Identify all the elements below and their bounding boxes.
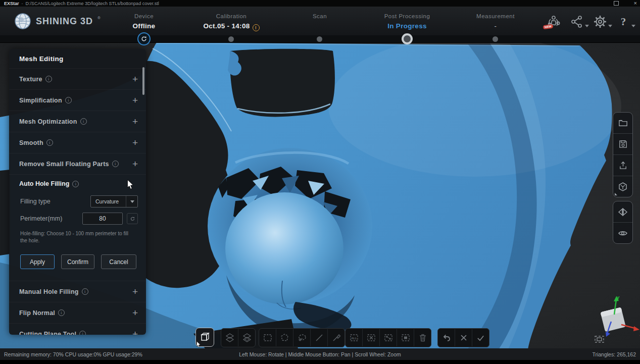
brush-select-icon	[331, 333, 341, 343]
dome-surface	[225, 192, 343, 304]
expand-plus-icon[interactable]: +	[132, 308, 138, 318]
model-view-button[interactable]	[613, 176, 632, 197]
delete-selected-button[interactable]	[414, 329, 431, 346]
panel-item-auto-hole-filling[interactable]: Auto Hole Filling i	[9, 174, 146, 193]
expand-plus-icon[interactable]: +	[132, 117, 138, 126]
panel-item-manual-hole-filling[interactable]: Manual Hole Filling i +	[9, 281, 146, 302]
panel-item-mesh-optimization[interactable]: Mesh Optimization i +	[9, 111, 146, 132]
save-icon	[618, 139, 628, 149]
selection-ops-group: ALL	[345, 328, 431, 347]
invert-selection-button[interactable]	[379, 329, 397, 346]
expand-plus-icon[interactable]: +	[132, 329, 138, 335]
deselect-icon	[366, 333, 376, 343]
measurement-progress-dot[interactable]	[493, 36, 498, 42]
info-icon: i	[65, 97, 72, 103]
info-icon: i	[82, 288, 88, 295]
lasso-select-button[interactable]	[293, 329, 310, 346]
info-icon: i	[72, 181, 79, 187]
cancel-button[interactable]: Cancel	[101, 254, 136, 269]
mouse-controls-hint: Left Mouse: Rotate | Middle Mouse Button…	[239, 351, 401, 357]
selection-mode-group	[221, 328, 256, 347]
perimeter-input[interactable]	[82, 213, 123, 225]
select-through-button[interactable]	[221, 329, 238, 346]
check-icon	[476, 333, 485, 343]
select-visible-button[interactable]	[238, 329, 255, 346]
filling-type-dropdown[interactable]: Curvature	[90, 195, 138, 207]
right-toolbar-view-group	[613, 201, 633, 244]
rectangle-select-icon	[263, 333, 273, 343]
select-connected-button[interactable]	[397, 329, 414, 346]
close-icon	[459, 333, 468, 342]
save-button[interactable]	[613, 133, 632, 154]
community-robot-icon[interactable]: NEW	[546, 14, 561, 29]
info-icon: i	[80, 118, 87, 125]
confirm-button[interactable]: Confirm	[61, 254, 94, 269]
visibility-button[interactable]	[613, 222, 632, 243]
folder-icon	[618, 118, 628, 128]
brand-name: SHINING 3D	[36, 16, 93, 27]
mouse-cursor-small	[196, 341, 201, 348]
file-path: D:/SCANS/Logitech Extreme 3D/logitech ST…	[26, 1, 159, 6]
submenu-corner-arrow	[615, 193, 617, 195]
export-button[interactable]	[613, 154, 632, 176]
step-measurement[interactable]: Measurement -	[440, 13, 551, 30]
polygon-select-button[interactable]	[276, 329, 293, 346]
apply-button[interactable]: Apply	[20, 254, 55, 269]
panel-scrollbar-thumb[interactable]	[142, 67, 144, 95]
settings-gear-icon[interactable]	[593, 14, 608, 29]
panel-item-smooth[interactable]: Smooth i +	[9, 132, 146, 153]
info-icon: i	[46, 139, 53, 146]
panel-item-remove-small-floating-parts[interactable]: Remove Small Floating Parts i +	[9, 153, 146, 174]
mirror-compare-button[interactable]	[613, 201, 632, 222]
calibration-warning-icon: !	[253, 24, 260, 31]
share-icon[interactable]	[569, 14, 584, 29]
select-visible-icon	[242, 333, 252, 343]
help-icon[interactable]: ?	[616, 14, 631, 29]
info-icon: i	[58, 309, 65, 316]
right-toolbar-file-group	[613, 112, 633, 197]
expand-plus-icon[interactable]: +	[132, 287, 138, 296]
eye-icon	[618, 228, 628, 238]
window-titlebar: EXStar - D:/SCANS/Logitech Extreme 3D/lo…	[0, 0, 640, 7]
panel-item-simplification[interactable]: Simplification i +	[9, 89, 146, 111]
expand-plus-icon[interactable]: +	[132, 138, 138, 147]
device-sync-dot[interactable]	[137, 32, 151, 45]
deselect-button[interactable]	[362, 329, 379, 346]
help-dropdown-arrow	[631, 25, 635, 27]
scan-progress-dot[interactable]	[317, 36, 322, 42]
edit-actions-group	[437, 328, 489, 347]
perimeter-row: Perimeter(mm)	[9, 210, 146, 227]
info-icon: i	[112, 161, 119, 167]
close-window-button[interactable]: ×	[634, 1, 637, 6]
panel-item-texture[interactable]: Texture i +	[9, 68, 146, 89]
settings-dropdown-arrow	[608, 25, 612, 27]
mirror-icon	[618, 207, 628, 217]
restore-window-button[interactable]	[614, 1, 619, 6]
export-icon	[618, 161, 628, 170]
select-all-button[interactable]: ALL	[346, 329, 362, 346]
open-project-button[interactable]	[613, 113, 632, 133]
post-processing-progress-dot[interactable]	[402, 33, 413, 44]
expand-plus-icon[interactable]: +	[132, 74, 138, 84]
reset-icon	[130, 216, 135, 222]
line-select-button[interactable]	[310, 329, 327, 346]
expand-plus-icon[interactable]: +	[132, 95, 138, 105]
reset-perimeter-button[interactable]	[127, 213, 138, 224]
rectangle-select-button[interactable]	[259, 329, 276, 346]
brand-logo: SHINING 3D ®	[14, 13, 101, 30]
share-dropdown-arrow	[585, 25, 589, 27]
cancel-edit-button[interactable]	[455, 329, 472, 346]
select-through-icon	[225, 333, 235, 343]
expand-plus-icon[interactable]: +	[132, 159, 138, 169]
panel-item-flip-normal[interactable]: Flip Normal i +	[9, 302, 146, 323]
panel-title: Mesh Editing	[9, 49, 146, 68]
brush-select-button[interactable]	[327, 329, 344, 346]
view-cube-icon	[200, 332, 210, 342]
panel-item-cutting-plane-tool[interactable]: Cutting Plane Tool i +	[9, 323, 146, 335]
hole-filling-hint: Hole-filling: Choose 10 - 100 mm perimet…	[9, 227, 146, 249]
trash-icon	[418, 333, 428, 343]
undo-button[interactable]	[438, 329, 455, 346]
confirm-edit-button[interactable]	[472, 329, 489, 346]
calibration-progress-dot[interactable]	[228, 36, 234, 42]
calibration-status: Oct.05 - 14:08!	[176, 22, 287, 31]
